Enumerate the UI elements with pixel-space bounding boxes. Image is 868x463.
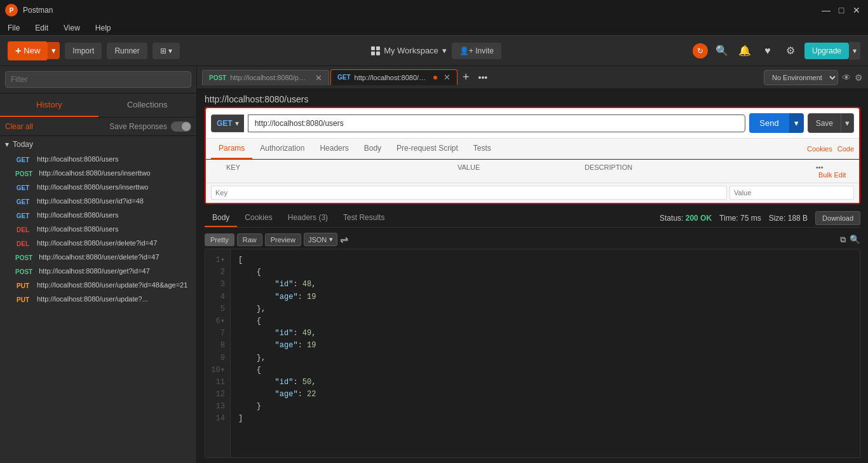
workspace-icon	[371, 46, 380, 55]
menu-file[interactable]: File	[5, 22, 22, 34]
clear-all-button[interactable]: Clear all	[5, 122, 33, 131]
tab-close-post[interactable]: ✕	[315, 73, 322, 83]
save-dropdown-button[interactable]: ▾	[841, 113, 854, 133]
format-type-selector[interactable]: JSON ▾	[304, 233, 337, 246]
method-badge: POST	[13, 254, 35, 262]
view-switcher-button[interactable]: ⊞ ▾	[153, 43, 180, 59]
line-numbers: 1▾ 2 3 4 5 6▾ 7 8 9 10▾ 11 12 13 14	[205, 249, 231, 457]
response-tab-headers[interactable]: Headers (3)	[280, 209, 336, 227]
maximize-button[interactable]: □	[835, 4, 848, 17]
history-item[interactable]: GET http://localhost:8080/users	[0, 153, 196, 167]
req-tab-authorization[interactable]: Authorization	[252, 139, 312, 159]
line-num: 8	[210, 340, 225, 352]
upgrade-button[interactable]: Upgrade	[804, 43, 849, 59]
history-item[interactable]: DEL http://localhost:8080/users	[0, 223, 196, 237]
save-button[interactable]: Save	[808, 113, 841, 133]
more-tabs-button[interactable]: •••	[475, 73, 492, 83]
history-url: http://localhost:8080/users	[37, 155, 118, 163]
heart-icon[interactable]: ♥	[759, 42, 776, 60]
tab-method-post: POST	[209, 74, 226, 81]
upgrade-dropdown[interactable]: ▾	[849, 42, 860, 60]
code-link[interactable]: Code	[837, 145, 854, 153]
settings-icon[interactable]: ⚙	[782, 42, 799, 60]
response-format-bar: Pretty Raw Preview JSON ▾ ⇌ ⧉ 🔍	[205, 230, 860, 249]
params-more-icon[interactable]: •••	[816, 163, 824, 171]
send-dropdown-button[interactable]: ▾	[789, 113, 804, 133]
cookies-link[interactable]: Cookies	[807, 145, 832, 153]
history-item[interactable]: PUT http://localhost:8080/user/update?id…	[0, 279, 196, 293]
minimize-button[interactable]: —	[820, 4, 832, 17]
sidebar-group-header[interactable]: ▾ Today	[0, 136, 196, 153]
req-tab-tests[interactable]: Tests	[466, 139, 499, 159]
copy-response-button[interactable]: ⧉	[840, 235, 846, 245]
menu-edit[interactable]: Edit	[32, 22, 51, 34]
app-logo: P	[5, 4, 18, 17]
req-tab-params[interactable]: Params	[211, 139, 252, 159]
response-right-icons: ⧉ 🔍	[840, 235, 860, 245]
history-item[interactable]: DEL http://localhost:8080/user/delete?id…	[0, 237, 196, 251]
format-pretty-button[interactable]: Pretty	[205, 233, 234, 246]
new-button[interactable]: + New	[8, 41, 48, 60]
history-item[interactable]: POST http://localhost:8080/users/insertt…	[0, 167, 196, 181]
menu-help[interactable]: Help	[93, 22, 114, 34]
search-input[interactable]	[5, 71, 191, 88]
send-button[interactable]: Send	[749, 113, 789, 133]
new-button-dropdown[interactable]: ▾	[48, 42, 60, 59]
sidebar-group-today: ▾ Today GET http://localhost:8080/users …	[0, 136, 196, 307]
workspace-selector[interactable]: My Workspace ▾	[371, 46, 447, 55]
req-tab-body[interactable]: Body	[356, 139, 389, 159]
tab-close-get[interactable]: ✕	[444, 73, 451, 82]
history-item[interactable]: POST http://localhost:8080/user/delete?i…	[0, 251, 196, 265]
invite-button[interactable]: 👤+ Invite	[452, 43, 501, 59]
key-input[interactable]	[211, 186, 727, 200]
code-view: 1▾ 2 3 4 5 6▾ 7 8 9 10▾ 11 12 13 14 [ { …	[205, 249, 860, 458]
env-settings-button[interactable]: ⚙	[855, 73, 863, 83]
url-input[interactable]	[248, 114, 746, 132]
history-item[interactable]: GET http://localhost:8080/user/id?id=48	[0, 195, 196, 209]
notifications-icon[interactable]: 🔔	[736, 42, 754, 60]
tab-collections[interactable]: Collections	[98, 93, 197, 117]
sidebar-actions: Clear all Save Responses	[0, 118, 196, 136]
req-tab-prerequest[interactable]: Pre-request Script	[389, 139, 466, 159]
req-tab-headers[interactable]: Headers	[312, 139, 356, 159]
history-item[interactable]: GET http://localhost:8080/users/inserttw…	[0, 181, 196, 195]
format-preview-button[interactable]: Preview	[265, 233, 301, 246]
history-item[interactable]: PUT http://localhost:8080/user/update?..…	[0, 293, 196, 307]
menubar: File Edit View Help	[0, 20, 868, 36]
format-raw-button[interactable]: Raw	[237, 233, 262, 246]
search-icon[interactable]: 🔍	[713, 42, 731, 60]
request-extra-actions: Cookies Code	[807, 139, 854, 159]
invite-icon: 👤+	[459, 46, 473, 55]
wrap-icon[interactable]: ⇌	[340, 233, 348, 245]
import-button[interactable]: Import	[65, 43, 102, 59]
menu-view[interactable]: View	[61, 22, 83, 34]
app-title: Postman	[23, 6, 53, 15]
value-input[interactable]	[729, 186, 854, 200]
sync-icon[interactable]: ↻	[693, 43, 708, 59]
response-tab-test-results[interactable]: Test Results	[336, 209, 392, 227]
method-badge: PUT	[13, 282, 33, 290]
history-url: http://localhost:8080/user/delete?id=47	[37, 239, 157, 247]
history-url: http://localhost:8080/user/get?id=47	[39, 267, 150, 275]
workspace-dropdown-icon: ▾	[442, 46, 447, 55]
params-col-value: VALUE	[458, 163, 585, 179]
download-button[interactable]: Download	[815, 211, 860, 225]
env-select[interactable]: No Environment	[764, 70, 838, 85]
env-eye-button[interactable]: 👁	[842, 73, 851, 83]
history-item[interactable]: GET http://localhost:8080/users	[0, 209, 196, 223]
request-tab-get[interactable]: GET http://localhost:8080/person/sav ✕	[330, 69, 458, 85]
close-button[interactable]: ✕	[850, 4, 863, 17]
search-response-button[interactable]: 🔍	[850, 235, 860, 245]
history-item[interactable]: POST http://localhost:8080/user/get?id=4…	[0, 265, 196, 279]
response-tab-cookies[interactable]: Cookies	[237, 209, 280, 227]
method-selector[interactable]: GET ▾	[211, 114, 244, 132]
runner-button[interactable]: Runner	[107, 43, 147, 59]
tab-history[interactable]: History	[0, 93, 98, 117]
request-tab-post[interactable]: POST http://localhost:8080/person/se ✕	[202, 70, 329, 85]
response-tab-body[interactable]: Body	[205, 209, 237, 227]
add-tab-button[interactable]: +	[459, 71, 473, 84]
tab-url-post: http://localhost:8080/person/se	[230, 74, 309, 81]
bulk-edit-button[interactable]: Bulk Edit	[818, 171, 846, 179]
save-responses-toggle[interactable]	[171, 121, 191, 132]
method-badge: POST	[13, 268, 35, 276]
